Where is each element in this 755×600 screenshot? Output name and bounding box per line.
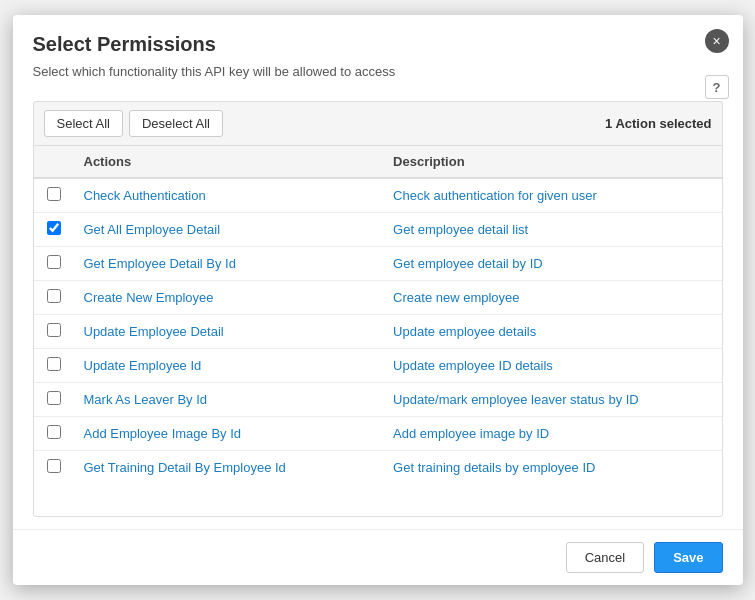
row-action-name[interactable]: Update Employee Id <box>74 349 384 383</box>
row-description: Update employee ID details <box>383 349 721 383</box>
action-link[interactable]: Add Employee Image By Id <box>84 426 242 441</box>
description-text: Get training details by employee ID <box>393 460 595 475</box>
table-row: Get Employee Detail By IdGet employee de… <box>34 247 722 281</box>
table-row: Update Employee IdUpdate employee ID det… <box>34 349 722 383</box>
action-link[interactable]: Create New Employee <box>84 290 214 305</box>
table-row: Check AuthenticationCheck authentication… <box>34 178 722 213</box>
row-checkbox[interactable] <box>47 459 61 473</box>
dialog-footer: Cancel Save <box>13 529 743 585</box>
action-count: 1 Action selected <box>605 116 711 131</box>
row-description: Add employee image by ID <box>383 417 721 451</box>
row-checkbox[interactable] <box>47 255 61 269</box>
row-action-name[interactable]: Create New Employee <box>74 281 384 315</box>
cancel-button[interactable]: Cancel <box>566 542 644 573</box>
col-checkbox <box>34 146 74 178</box>
table-row: Update Employee DetailUpdate employee de… <box>34 315 722 349</box>
help-button[interactable]: ? <box>705 75 729 99</box>
dialog-title: Select Permissions <box>33 33 723 56</box>
description-text: Check authentication for given user <box>393 188 597 203</box>
row-checkbox-cell <box>34 315 74 349</box>
row-description: Get employee detail list <box>383 213 721 247</box>
select-all-button[interactable]: Select All <box>44 110 123 137</box>
action-link[interactable]: Mark As Leaver By Id <box>84 392 208 407</box>
row-checkbox-cell <box>34 213 74 247</box>
toolbar: Select All Deselect All 1 Action selecte… <box>33 101 723 145</box>
row-checkbox-cell <box>34 417 74 451</box>
row-description: Update employee details <box>383 315 721 349</box>
description-text: Update employee ID details <box>393 358 553 373</box>
action-link[interactable]: Get Training Detail By Employee Id <box>84 460 286 475</box>
row-checkbox-cell <box>34 247 74 281</box>
row-checkbox[interactable] <box>47 221 61 235</box>
permissions-table: Actions Description Check Authentication… <box>34 146 722 484</box>
row-description: Check authentication for given user <box>383 178 721 213</box>
col-description-header: Description <box>383 146 721 178</box>
deselect-all-button[interactable]: Deselect All <box>129 110 223 137</box>
row-checkbox-cell <box>34 383 74 417</box>
action-link[interactable]: Update Employee Detail <box>84 324 224 339</box>
row-action-name[interactable]: Update Employee Detail <box>74 315 384 349</box>
row-description: Create new employee <box>383 281 721 315</box>
table-row: Mark As Leaver By IdUpdate/mark employee… <box>34 383 722 417</box>
action-link[interactable]: Update Employee Id <box>84 358 202 373</box>
save-button[interactable]: Save <box>654 542 722 573</box>
description-text: Create new employee <box>393 290 519 305</box>
row-checkbox[interactable] <box>47 187 61 201</box>
table-header-row: Actions Description <box>34 146 722 178</box>
row-description: Update/mark employee leaver status by ID <box>383 383 721 417</box>
table-row: Get Training Detail By Employee IdGet tr… <box>34 451 722 485</box>
row-checkbox-cell <box>34 451 74 485</box>
row-checkbox[interactable] <box>47 357 61 371</box>
table-scroll[interactable]: Actions Description Check Authentication… <box>34 146 722 486</box>
dialog-header: Select Permissions Select which function… <box>13 15 743 89</box>
row-action-name[interactable]: Get Training Detail By Employee Id <box>74 451 384 485</box>
action-link[interactable]: Get Employee Detail By Id <box>84 256 236 271</box>
description-text: Update/mark employee leaver status by ID <box>393 392 639 407</box>
row-checkbox[interactable] <box>47 323 61 337</box>
row-checkbox[interactable] <box>47 425 61 439</box>
select-permissions-dialog: Select Permissions Select which function… <box>13 15 743 585</box>
row-checkbox-cell <box>34 349 74 383</box>
close-button[interactable]: × <box>705 29 729 53</box>
row-action-name[interactable]: Get All Employee Detail <box>74 213 384 247</box>
row-action-name[interactable]: Mark As Leaver By Id <box>74 383 384 417</box>
description-text: Get employee detail list <box>393 222 528 237</box>
dialog-subtitle: Select which functionality this API key … <box>33 64 723 79</box>
col-actions-header: Actions <box>74 146 384 178</box>
row-description: Get training details by employee ID <box>383 451 721 485</box>
description-text: Update employee details <box>393 324 536 339</box>
permissions-table-container: Actions Description Check Authentication… <box>33 145 723 517</box>
description-text: Add employee image by ID <box>393 426 549 441</box>
row-checkbox-cell <box>34 178 74 213</box>
table-row: Add Employee Image By IdAdd employee ima… <box>34 417 722 451</box>
row-checkbox[interactable] <box>47 391 61 405</box>
action-link[interactable]: Check Authentication <box>84 188 206 203</box>
dialog-body: Select All Deselect All 1 Action selecte… <box>13 89 743 529</box>
row-checkbox[interactable] <box>47 289 61 303</box>
row-action-name[interactable]: Get Employee Detail By Id <box>74 247 384 281</box>
row-action-name[interactable]: Check Authentication <box>74 178 384 213</box>
action-link[interactable]: Get All Employee Detail <box>84 222 221 237</box>
row-checkbox-cell <box>34 281 74 315</box>
table-row: Create New EmployeeCreate new employee <box>34 281 722 315</box>
row-action-name[interactable]: Add Employee Image By Id <box>74 417 384 451</box>
description-text: Get employee detail by ID <box>393 256 543 271</box>
row-description: Get employee detail by ID <box>383 247 721 281</box>
table-row: Get All Employee DetailGet employee deta… <box>34 213 722 247</box>
